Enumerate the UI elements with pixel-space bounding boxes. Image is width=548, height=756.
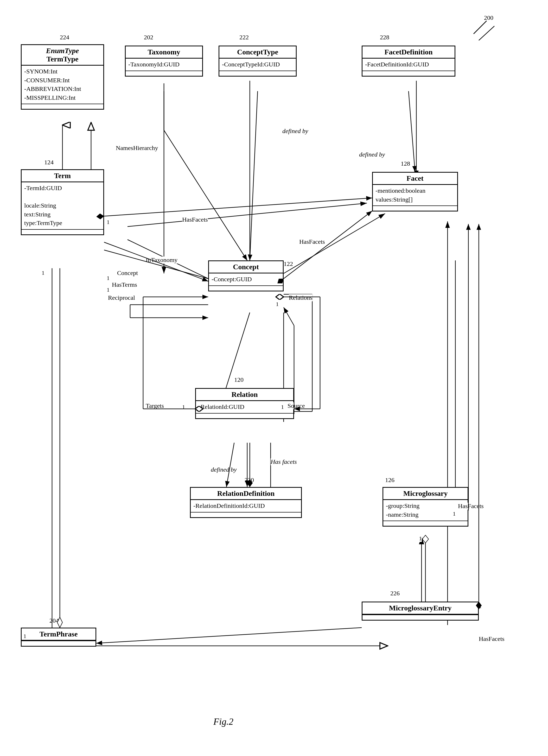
mult-1-microglossary-bottom: 1 bbox=[419, 535, 422, 542]
label-hasfacets-entry: HasFacets bbox=[479, 635, 505, 642]
term-name: Term bbox=[22, 170, 103, 182]
ref-202: 202 bbox=[144, 34, 153, 41]
concepttype-attrs: -ConceptTypeId:GUID bbox=[219, 59, 296, 71]
relation-class: Relation -RelationId:GUID bbox=[195, 388, 294, 419]
termtype-attrs: -SYNOM:Int -CONSUMER:Int -ABBREVIATION:I… bbox=[22, 66, 103, 104]
ref-226: 226 bbox=[390, 590, 400, 597]
ref-224: 224 bbox=[60, 34, 69, 41]
label-hasfacets1: HasFacets bbox=[182, 216, 208, 223]
facet-class: Facet -mentioned:boolean values:String[] bbox=[372, 172, 458, 211]
ref-220: 220 bbox=[245, 477, 254, 484]
microglossary-class: Microglossary -group:String -name:String bbox=[382, 487, 468, 527]
relation-name: Relation bbox=[196, 389, 293, 401]
mult-1-hasfacets5: 1 bbox=[453, 510, 456, 517]
mult-1-microglossaryentry: 1 bbox=[479, 603, 482, 610]
label-definedby3: defined by bbox=[211, 466, 237, 473]
microglossaryentry-section2 bbox=[362, 615, 478, 620]
mult-1-relation-targets: 1 bbox=[182, 404, 185, 410]
facetdefinition-section2 bbox=[362, 71, 455, 76]
mult-1-concept-hasfacets: 1 bbox=[107, 275, 110, 282]
mult-1-term-hasfacets: 1 bbox=[107, 219, 110, 226]
svg-line-16 bbox=[283, 214, 385, 273]
relationdefinition-attrs: -RelationDefinitionId:GUID bbox=[191, 500, 301, 512]
term-attrs: -TermId:GUID locale:String text:String t… bbox=[22, 182, 103, 229]
concepttype-section2 bbox=[219, 71, 296, 76]
mult-1-termphrase: 1 bbox=[23, 633, 26, 640]
microglossary-section2 bbox=[383, 521, 468, 526]
termtype-class: EnumType TermType -SYNOM:Int -CONSUMER:I… bbox=[21, 44, 104, 110]
ref-120: 120 bbox=[234, 376, 244, 383]
label-definedby1: defined by bbox=[282, 128, 308, 135]
svg-line-14 bbox=[128, 203, 367, 227]
concepttype-name: ConceptType bbox=[219, 46, 296, 59]
taxonomy-attrs: -TaxonomyId:GUID bbox=[126, 59, 202, 71]
concepttype-class: ConceptType -ConceptTypeId:GUID bbox=[219, 46, 296, 77]
facet-attrs: -mentioned:boolean values:String[] bbox=[373, 185, 457, 205]
microglossaryentry-name: MicroglossaryEntry bbox=[362, 602, 478, 615]
taxonomy-class: Taxonomy -TaxonomyId:GUID bbox=[125, 46, 203, 77]
relationdefinition-class: RelationDefinition -RelationDefinitionId… bbox=[190, 487, 302, 518]
term-class: Term -TermId:GUID locale:String text:Str… bbox=[21, 169, 104, 235]
concept-section2 bbox=[209, 285, 283, 291]
facetdefinition-attrs: -FacetDefinitionId:GUID bbox=[362, 59, 455, 71]
label-relations: Relations bbox=[289, 294, 312, 301]
microglossaryentry-class: MicroglossaryEntry bbox=[362, 602, 479, 621]
diagram-container: EnumType TermType -SYNOM:Int -CONSUMER:I… bbox=[0, 0, 548, 756]
relationdefinition-section2 bbox=[191, 512, 301, 517]
label-reciprocal: Reciprocal bbox=[108, 294, 135, 301]
mult-1-concept-hasterms: 1 bbox=[107, 286, 110, 293]
ref-200: 200 bbox=[484, 14, 493, 21]
ref-204: 204 bbox=[49, 617, 59, 624]
label-nameshierarchy: NamesHierarchy bbox=[116, 145, 158, 152]
label-hasfacets5: HasFacets bbox=[458, 503, 484, 510]
termtype-section2 bbox=[22, 104, 103, 109]
figure-label: Fig.2 bbox=[214, 716, 234, 727]
label-targets: Targets bbox=[146, 402, 164, 409]
mult-1-term-bottom: 1 bbox=[42, 270, 45, 276]
termphrase-class: TermPhrase bbox=[21, 628, 96, 647]
termphrase-section2 bbox=[22, 641, 96, 646]
facetdefinition-name: FacetDefinition bbox=[362, 46, 455, 59]
taxonomy-name: Taxonomy bbox=[126, 46, 202, 59]
facetdefinition-class: FacetDefinition -FacetDefinitionId:GUID bbox=[362, 46, 455, 77]
ref-222: 222 bbox=[240, 34, 249, 41]
mult-1-relation-source: 1 bbox=[281, 404, 284, 410]
label-source: Source bbox=[287, 402, 305, 409]
termphrase-name: TermPhrase bbox=[22, 628, 96, 641]
ref-122: 122 bbox=[283, 260, 293, 267]
facet-name: Facet bbox=[373, 173, 457, 185]
ref-124: 124 bbox=[44, 159, 54, 166]
label-hasfacets2: HasFacets bbox=[299, 238, 325, 245]
label-definedby2: defined by bbox=[359, 151, 385, 158]
label-hasterms: HasTerms bbox=[112, 281, 137, 288]
mult-1-concept-relations: 1 bbox=[276, 301, 279, 308]
facet-section2 bbox=[373, 205, 457, 211]
ref-228: 228 bbox=[380, 34, 389, 41]
label-hasfacets4: Has facets bbox=[271, 458, 297, 465]
concept-name: Concept bbox=[209, 261, 283, 273]
label-intaxonomy: InTaxonomy bbox=[146, 257, 178, 264]
relationdefinition-name: RelationDefinition bbox=[191, 488, 301, 500]
termtype-stereotype: EnumType TermType bbox=[22, 45, 103, 66]
term-section2 bbox=[22, 229, 103, 234]
taxonomy-section2 bbox=[126, 71, 202, 76]
ref-128: 128 bbox=[401, 160, 410, 167]
relation-section2 bbox=[196, 413, 293, 418]
concept-class: Concept -Concept:GUID bbox=[208, 260, 283, 291]
relation-attrs: -RelationId:GUID bbox=[196, 401, 293, 413]
svg-line-9 bbox=[474, 21, 487, 34]
ref-126: 126 bbox=[385, 477, 394, 484]
label-concept: Concept bbox=[117, 270, 138, 277]
concept-attrs: -Concept:GUID bbox=[209, 273, 283, 285]
microglossary-name: Microglossary bbox=[383, 488, 468, 500]
